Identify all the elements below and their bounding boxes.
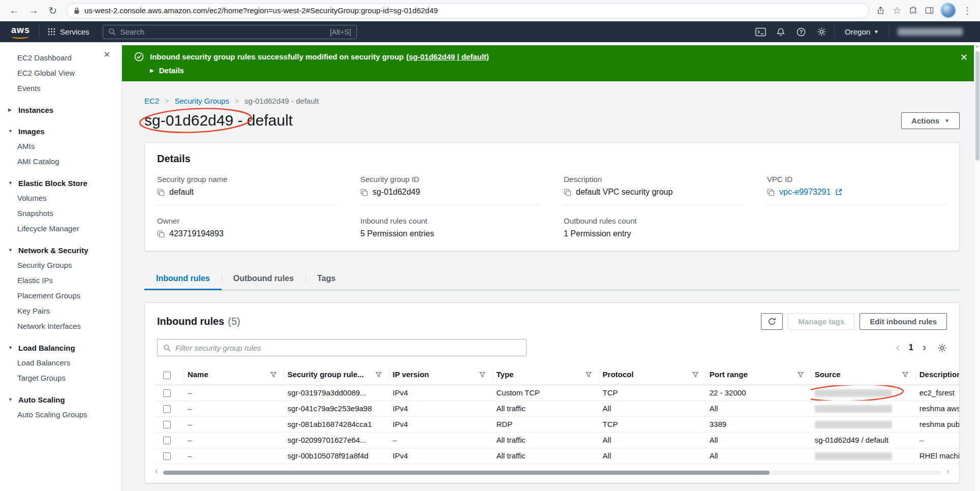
tab-outbound-rules[interactable]: Outbound rules (222, 268, 305, 290)
column-header-protocol[interactable]: Protocol (599, 364, 706, 385)
field-label: Description (564, 175, 744, 183)
sidebar-close-icon[interactable]: ✕ (104, 50, 110, 59)
column-header-source[interactable]: Source (811, 364, 915, 385)
filter-funnel-icon[interactable] (692, 372, 698, 378)
hscroll-thumb[interactable] (163, 471, 770, 475)
column-header-port-range[interactable]: Port range (706, 364, 811, 385)
sidebar-item-security-groups[interactable]: Security Groups (0, 258, 121, 273)
browser-url-bar[interactable]: us-west-2.console.aws.amazon.com/ec2/hom… (66, 3, 869, 18)
pagination-next-icon[interactable]: › (923, 341, 926, 354)
filter-rules-input[interactable] (175, 344, 520, 352)
row-checkbox[interactable] (163, 405, 171, 413)
banner-sg-link[interactable]: (sg-01d62d49 | default) (406, 52, 489, 61)
select-all-checkbox[interactable] (163, 372, 171, 379)
sidebar-section-load-balancing[interactable]: ▼Load Balancing (0, 340, 121, 355)
banner-close-icon[interactable]: ✕ (960, 52, 968, 63)
row-checkbox[interactable] (163, 389, 171, 397)
browser-refresh-button[interactable]: ↻ (47, 5, 59, 17)
scroll-right-icon[interactable]: › (946, 468, 949, 475)
column-header-type[interactable]: Type (493, 364, 599, 385)
account-menu-redacted[interactable] (898, 28, 963, 36)
help-icon[interactable]: ? (791, 21, 811, 42)
sidebar-item-lifecycle-manager[interactable]: Lifecycle Manager (0, 221, 121, 236)
side-panel-icon[interactable] (925, 6, 934, 15)
table-preferences-gear-icon[interactable] (937, 343, 947, 353)
sidebar-item-auto-scaling-groups[interactable]: Auto Scaling Groups (0, 407, 121, 422)
sidebar-section-network-security[interactable]: ▼Network & Security (0, 242, 121, 258)
vscroll-thumb[interactable] (975, 51, 979, 161)
notifications-bell-icon[interactable] (771, 21, 790, 42)
sidebar-item-network-interfaces[interactable]: Network Interfaces (0, 319, 121, 334)
refresh-button[interactable] (761, 313, 783, 330)
filter-funnel-icon[interactable] (586, 372, 592, 378)
actions-button[interactable]: Actions ▼ (901, 112, 960, 129)
banner-details-toggle[interactable]: ▶ Details (150, 66, 967, 75)
sidebar-item-ec2-global-view[interactable]: EC2 Global View (0, 66, 121, 81)
column-header-name[interactable]: Name (183, 364, 284, 385)
nav-search-input[interactable] (120, 27, 325, 36)
sidebar-item-placement-groups[interactable]: Placement Groups (0, 288, 121, 303)
browser-menu-icon[interactable]: ⋮ (963, 5, 972, 16)
browser-back-button[interactable]: ← (8, 5, 20, 16)
browser-forward-button[interactable]: → (27, 5, 40, 16)
sidebar-section-elastic-block-store[interactable]: ▼Elastic Block Store (0, 175, 121, 191)
sidebar-item-target-groups[interactable]: Target Groups (0, 371, 121, 386)
hscroll-track[interactable] (163, 471, 941, 475)
manage-tags-button[interactable]: Manage tags (788, 313, 854, 330)
table-toolbar: ‹ 1 › (145, 339, 959, 356)
horizontal-scrollbar[interactable]: ‹ › (156, 470, 948, 476)
row-checkbox[interactable] (163, 421, 171, 428)
region-selector[interactable]: Oregon ▼ (838, 27, 886, 36)
sidebar-item-elastic-ips[interactable]: Elastic IPs (0, 273, 121, 288)
scroll-up-icon[interactable]: ▲ (974, 44, 980, 48)
field-value[interactable]: vpc-e9973291 (779, 188, 831, 197)
breadcrumb-link-ec2[interactable]: EC2 (144, 97, 159, 105)
sidebar-section-instances[interactable]: ▶Instances (0, 102, 121, 117)
copy-icon[interactable] (767, 189, 775, 196)
copy-icon[interactable] (360, 189, 368, 196)
page-scrollbar[interactable]: ▲ (974, 42, 980, 491)
column-header-security-group-rule[interactable]: Security group rule... (284, 364, 389, 385)
sidebar-item-volumes[interactable]: Volumes (0, 191, 121, 206)
tab-inbound-rules[interactable]: Inbound rules (144, 268, 222, 290)
pagination-current-page[interactable]: 1 (909, 343, 913, 352)
row-checkbox[interactable] (163, 437, 171, 444)
copy-icon[interactable] (157, 230, 165, 238)
column-header-description[interactable]: Description (915, 364, 959, 385)
sidebar-section-images[interactable]: ▼Images (0, 124, 121, 139)
filter-funnel-icon[interactable] (376, 372, 382, 378)
breadcrumb-link-security-groups[interactable]: Security Groups (174, 97, 229, 105)
copy-icon[interactable] (564, 189, 571, 196)
sidebar-item-amis[interactable]: AMIs (0, 139, 121, 154)
sidebar-item-snapshots[interactable]: Snapshots (0, 206, 121, 221)
tab-tags[interactable]: Tags (305, 268, 347, 290)
scroll-left-icon[interactable]: ‹ (155, 468, 158, 475)
browser-profile-avatar[interactable] (941, 4, 955, 17)
settings-gear-icon[interactable] (812, 21, 831, 42)
bookmark-star-icon[interactable]: ☆ (893, 5, 901, 16)
sidebar-section-auto-scaling[interactable]: ▼Auto Scaling (0, 392, 121, 407)
filter-funnel-icon[interactable] (902, 372, 908, 378)
sidebar-item-key-pairs[interactable]: Key Pairs (0, 303, 121, 319)
share-icon[interactable] (876, 6, 885, 15)
column-header-ip-version[interactable]: IP version (389, 364, 493, 385)
url-text: us-west-2.console.aws.amazon.com/ec2/hom… (84, 6, 438, 15)
row-checkbox[interactable] (163, 452, 171, 460)
sidebar-item-ami-catalog[interactable]: AMI Catalog (0, 154, 121, 169)
nav-search[interactable]: [Alt+S] (103, 25, 357, 39)
pagination-prev-icon[interactable]: ‹ (896, 341, 899, 354)
sidebar-item-events[interactable]: Events (0, 81, 121, 96)
filter-funnel-icon[interactable] (479, 372, 485, 378)
services-menu[interactable]: Services (42, 21, 96, 42)
filter-funnel-icon[interactable] (270, 372, 277, 378)
filter-funnel-icon[interactable] (798, 372, 804, 378)
field-label: Security group ID (360, 175, 540, 183)
aws-logo[interactable]: aws (7, 24, 37, 40)
sidebar-item-load-balancers[interactable]: Load Balancers (0, 355, 121, 371)
extensions-icon[interactable] (909, 6, 917, 15)
table-row: –sgr-00b105078f91a8f4dIPv4All trafficAll… (155, 448, 959, 464)
cloudshell-terminal-icon[interactable] (751, 21, 770, 42)
detail-field-inbound-rules-count: Inbound rules count5 Permission entries (360, 217, 540, 238)
copy-icon[interactable] (157, 189, 165, 196)
edit-inbound-rules-button[interactable]: Edit inbound rules (860, 313, 947, 330)
